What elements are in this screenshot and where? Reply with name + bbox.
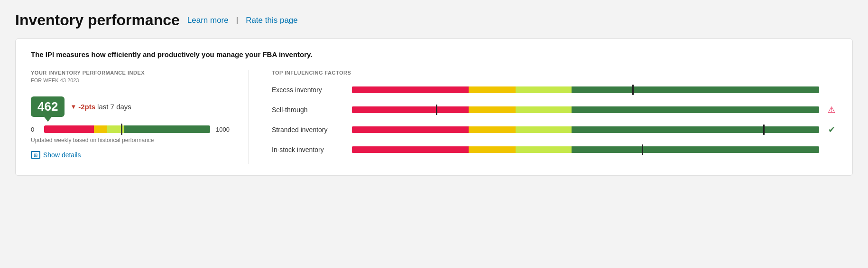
show-details-button[interactable]: ⊞ Show details [31, 151, 230, 159]
factor-bar-segment [572, 146, 819, 153]
factor-bar-segment [469, 126, 516, 133]
factor-bar-segment [352, 146, 469, 153]
factor-label: Stranded inventory [272, 126, 345, 134]
factor-bar-segment [469, 86, 516, 93]
factor-bar-wrap [352, 86, 819, 93]
bar-min-label: 0 [31, 126, 38, 133]
score-change: ▼ -2pts last 7 days [70, 103, 131, 111]
factor-status-icon: ✔ [826, 124, 837, 135]
ipi-bar-fill [44, 125, 210, 133]
check-icon: ✔ [828, 124, 835, 135]
factor-position-indicator [763, 124, 765, 135]
card-description: The IPI measures how efficiently and pro… [31, 50, 837, 58]
show-details-icon: ⊞ [31, 151, 40, 159]
factors-section-label: TOP INFLUENCING FACTORS [272, 70, 837, 76]
bar-green-segment [124, 125, 210, 133]
factor-position-indicator [642, 144, 643, 155]
factor-label: Sell-through [272, 106, 345, 114]
factor-bar-segment [469, 106, 516, 113]
page-title: Inventory performance [15, 11, 180, 29]
show-details-label: Show details [43, 151, 81, 159]
ipi-score-bubble: 462 [31, 96, 65, 117]
factor-bar-segment [572, 86, 819, 93]
bar-max-label: 1000 [216, 126, 230, 133]
factor-row: Sell-through⚠ [272, 104, 837, 115]
factor-label: Excess inventory [272, 86, 345, 94]
ipi-bar-track [44, 125, 210, 133]
factor-bar-segment [352, 106, 469, 113]
factor-position-indicator [632, 85, 634, 95]
factor-bar-wrap [352, 146, 819, 153]
factor-row: Excess inventory [272, 84, 837, 96]
rate-page-link[interactable]: Rate this page [246, 16, 298, 25]
factor-bar-fill [352, 146, 819, 153]
ipi-card: The IPI measures how efficiently and pro… [15, 38, 853, 176]
factor-bar-segment [572, 126, 819, 133]
ipi-section-label: YOUR INVENTORY PERFORMANCE INDEX [31, 70, 230, 76]
factor-bar-segment [516, 106, 572, 113]
left-panel: YOUR INVENTORY PERFORMANCE INDEX FOR WEE… [31, 70, 249, 164]
factor-position-indicator [436, 105, 437, 115]
factor-bar-fill [352, 126, 819, 133]
bar-yellow-segment [94, 125, 107, 133]
factor-bar-wrap [352, 106, 819, 113]
header-separator: | [236, 16, 238, 25]
score-row: 462 ▼ -2pts last 7 days [31, 96, 230, 117]
factor-status-icon [826, 84, 837, 96]
ipi-week-label: FOR WEEK 43 2023 [31, 77, 230, 83]
right-panel: TOP INFLUENCING FACTORS Excess inventory… [249, 70, 837, 164]
factor-bar-segment [352, 86, 469, 93]
factor-bar-fill [352, 106, 819, 113]
score-position-indicator [121, 124, 122, 135]
factor-status-icon: ⚠ [826, 104, 837, 115]
factor-label: In-stock inventory [272, 146, 345, 153]
score-delta: -2pts [78, 103, 95, 111]
score-period: last 7 days [97, 103, 131, 111]
warning-icon: ⚠ [828, 105, 835, 115]
factor-bar-segment [469, 146, 516, 153]
card-body: YOUR INVENTORY PERFORMANCE INDEX FOR WEE… [31, 70, 837, 164]
factor-bar-wrap [352, 126, 819, 133]
factor-bar-segment [516, 126, 572, 133]
factor-bar-segment [516, 86, 572, 93]
ipi-bar-container: 0 1000 [31, 125, 230, 133]
factor-bar-segment [352, 126, 469, 133]
learn-more-link[interactable]: Learn more [187, 16, 229, 25]
factor-bar-segment [572, 106, 819, 113]
factor-bar-fill [352, 86, 819, 93]
update-note: Updated weekly based on historical perfo… [31, 137, 230, 144]
factor-row: In-stock inventory [272, 144, 837, 155]
factor-status-icon [826, 144, 837, 155]
page-header: Inventory performance Learn more | Rate … [15, 11, 853, 29]
factor-bar-segment [516, 146, 572, 153]
bar-red-segment [44, 125, 94, 133]
factor-row: Stranded inventory✔ [272, 124, 837, 135]
factors-container: Excess inventorySell-through⚠Stranded in… [272, 84, 837, 155]
score-arrow-icon: ▼ [70, 103, 76, 110]
